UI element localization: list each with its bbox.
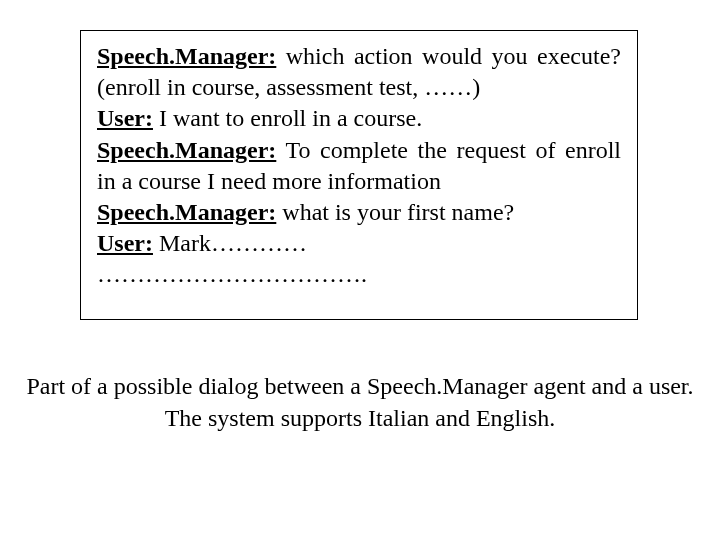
dialog-trailing: ……………………………. xyxy=(97,259,621,290)
speaker-label: User: xyxy=(97,230,153,256)
dialog-line: Speech.Manager: what is your first name? xyxy=(97,197,621,228)
dialog-line: User: Mark………… xyxy=(97,228,621,259)
dialog-line: User: I want to enroll in a course. xyxy=(97,103,621,134)
caption: Part of a possible dialog between a Spee… xyxy=(0,370,720,435)
speaker-label: Speech.Manager: xyxy=(97,199,276,225)
speaker-label: Speech.Manager: xyxy=(97,137,276,163)
dialog-text: Mark………… xyxy=(153,230,307,256)
dialog-text: I want to enroll in a course. xyxy=(153,105,422,131)
dialog-text: what is your first name? xyxy=(276,199,514,225)
caption-line2: The system supports Italian and English. xyxy=(0,402,720,434)
dialog-line: Speech.Manager: To complete the request … xyxy=(97,135,621,197)
dialog-box: Speech.Manager: which action would you e… xyxy=(80,30,638,320)
speaker-label: User: xyxy=(97,105,153,131)
caption-line1: Part of a possible dialog between a Spee… xyxy=(0,370,720,402)
speaker-label: Speech.Manager: xyxy=(97,43,276,69)
dialog-line: Speech.Manager: which action would you e… xyxy=(97,41,621,103)
